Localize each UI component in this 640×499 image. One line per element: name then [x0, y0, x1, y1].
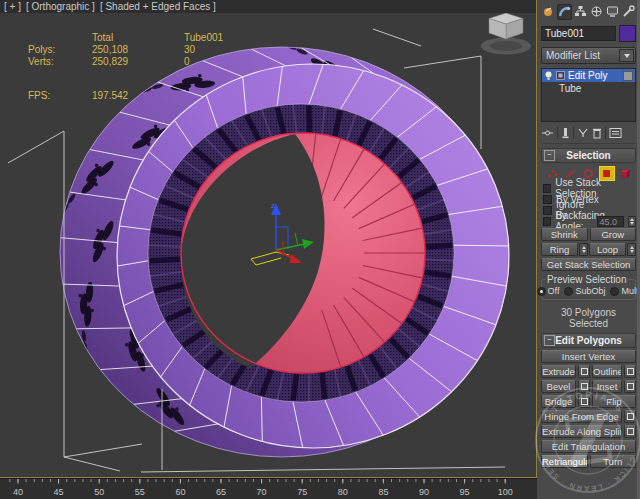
svg-text:40: 40 [13, 487, 23, 497]
shrink-button[interactable]: Shrink [541, 228, 588, 241]
grow-button[interactable]: Grow [590, 228, 637, 241]
stats-col-object: Tube001 [184, 32, 244, 44]
flip-button[interactable]: Flip [592, 395, 636, 408]
radio-icon[interactable] [610, 287, 619, 296]
collapse-icon[interactable]: − [544, 150, 555, 161]
hinge-settings-button[interactable] [624, 410, 636, 423]
svg-text:55: 55 [135, 487, 145, 497]
extrude-button[interactable]: Extrude [541, 365, 576, 378]
object-color-swatch[interactable] [619, 25, 636, 42]
radio-icon[interactable] [537, 287, 546, 296]
radio-icon[interactable] [564, 287, 573, 296]
collapse-icon[interactable]: − [544, 335, 555, 346]
viewport-label-bar: [ + ] [ Orthographic ] [ Shaded + Edged … [0, 0, 540, 13]
stack-item-edit-poly[interactable]: Edit Poly [542, 69, 635, 82]
svg-text:90: 90 [419, 487, 429, 497]
tab-motion[interactable] [589, 4, 604, 20]
rollout-edit-polygons[interactable]: − Edit Polygons [541, 333, 636, 348]
svg-text:80: 80 [338, 487, 348, 497]
radio-label: SubObj [575, 286, 605, 296]
tab-modify[interactable] [557, 4, 572, 20]
bulb-icon[interactable] [544, 71, 553, 81]
radio-off[interactable]: Off [537, 286, 560, 296]
svg-text:65: 65 [216, 487, 226, 497]
object-name-input[interactable] [541, 26, 616, 41]
inset-button[interactable]: Inset [592, 380, 622, 393]
bevel-button[interactable]: Bevel [541, 380, 576, 393]
stats-fps-label: FPS: [28, 90, 92, 102]
make-unique-icon[interactable] [577, 127, 589, 139]
loop-spinner[interactable] [627, 243, 636, 256]
insert-vertex-button[interactable]: Insert Vertex [541, 350, 636, 363]
rollout-title: Edit Polygons [555, 335, 622, 346]
checkbox-icon[interactable] [543, 184, 551, 193]
configure-modifier-sets-icon[interactable] [609, 127, 622, 139]
modifier-stack: Edit Poly Tube [541, 68, 636, 122]
radio-multi[interactable]: Multi [610, 286, 640, 296]
outline-settings-button[interactable] [624, 365, 636, 378]
viewport-menu-pov[interactable]: [ Orthographic ] [26, 0, 95, 13]
svg-text:85: 85 [378, 487, 388, 497]
by-angle-value[interactable]: 45.0 [597, 216, 624, 227]
extrude-settings-button[interactable] [578, 365, 590, 378]
hinge-from-edge-button[interactable]: Hinge From Edge [541, 410, 622, 423]
rollout-selection[interactable]: − Selection [541, 148, 636, 163]
bridge-settings-button[interactable] [578, 395, 590, 408]
checkbox-use-stack-selection[interactable]: Use Stack Selection [543, 183, 636, 193]
checkbox-icon[interactable] [543, 217, 551, 226]
checkbox-icon[interactable] [543, 195, 552, 204]
stack-item-label: Tube [559, 83, 581, 94]
svg-text:75: 75 [297, 487, 307, 497]
command-panel-tabs [541, 2, 636, 21]
stack-item-toggle[interactable] [623, 71, 633, 81]
selection-status: 30 Polygons Selected [541, 307, 636, 329]
stats-verts-label: Verts: [28, 56, 92, 68]
modifier-stack-toolbar [541, 124, 636, 144]
stats-polys-object: 30 [184, 44, 244, 56]
remove-modifier-icon[interactable] [592, 127, 602, 139]
checkbox-icon[interactable] [543, 206, 552, 215]
checkbox-by-angle[interactable]: By Angle: 45.0 [543, 216, 636, 226]
retriangulate-button[interactable]: Retriangulate [541, 455, 588, 468]
radio-subobj[interactable]: SubObj [564, 286, 605, 296]
viewport-statistics: Total Tube001 Polys: 250,108 30 Verts: 2… [28, 32, 244, 102]
turn-button[interactable]: Turn [590, 455, 637, 468]
pin-stack-icon[interactable] [541, 127, 554, 139]
svg-text:60: 60 [175, 487, 185, 497]
viewport-menu-shading[interactable]: [ Shaded + Edged Faces ] [100, 0, 216, 13]
ring-spinner[interactable] [579, 243, 588, 256]
inset-settings-button[interactable] [624, 380, 636, 393]
viewport-menu-general[interactable]: [ + ] [4, 0, 21, 13]
tab-utilities[interactable] [621, 4, 636, 20]
outline-button[interactable]: Outline [592, 365, 622, 378]
tab-create[interactable] [541, 4, 556, 20]
stats-col-total: Total [92, 32, 184, 44]
svg-text:50: 50 [94, 487, 104, 497]
tab-display[interactable] [605, 4, 620, 20]
chevron-down-icon[interactable] [619, 49, 634, 62]
group-title: Preview Selection [545, 274, 628, 285]
edit-triangulation-button[interactable]: Edit Triangulation [541, 440, 636, 453]
ring-button[interactable]: Ring [541, 243, 578, 256]
modifier-list-dropdown[interactable]: Modifier List [541, 47, 636, 64]
svg-text:70: 70 [257, 487, 267, 497]
by-angle-spinner[interactable] [628, 216, 636, 227]
viewcube[interactable] [481, 13, 531, 55]
radio-label: Off [548, 286, 560, 296]
stack-item-tube[interactable]: Tube [542, 82, 635, 95]
track-bar[interactable]: 404550556065707580859095100 [0, 478, 537, 499]
extrude-along-spline-button[interactable]: Extrude Along Spline [541, 425, 622, 438]
gizmo-z-label: z [271, 201, 275, 210]
show-end-result-icon[interactable] [561, 127, 570, 139]
stats-verts-total: 250,829 [92, 56, 184, 68]
bridge-button[interactable]: Bridge [541, 395, 576, 408]
tab-hierarchy[interactable] [573, 4, 588, 20]
loop-button[interactable]: Loop [589, 243, 626, 256]
get-stack-selection-button[interactable]: Get Stack Selection [541, 258, 636, 271]
extrude-along-spline-settings-button[interactable] [624, 425, 636, 438]
bevel-settings-button[interactable] [578, 380, 590, 393]
viewport-3d[interactable]: z [ + ] [ Orthographic ] [ Shaded + Edge… [0, 0, 536, 477]
tube-object[interactable] [60, 42, 509, 457]
stats-fps-value: 197.542 [92, 90, 184, 102]
rollout-title: Selection [566, 150, 610, 161]
